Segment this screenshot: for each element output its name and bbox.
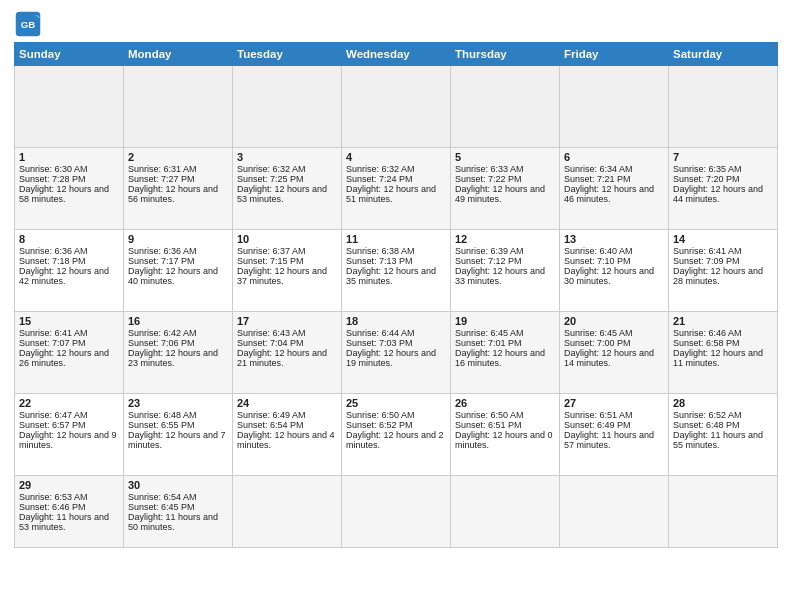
- day-number: 25: [346, 397, 446, 409]
- day-number: 3: [237, 151, 337, 163]
- table-row: 26Sunrise: 6:50 AMSunset: 6:51 PMDayligh…: [451, 394, 560, 476]
- daylight: Daylight: 12 hours and 28 minutes.: [673, 266, 773, 286]
- header: GB: [14, 10, 778, 38]
- day-number: 24: [237, 397, 337, 409]
- table-row: 3Sunrise: 6:32 AMSunset: 7:25 PMDaylight…: [233, 148, 342, 230]
- sunset: Sunset: 6:54 PM: [237, 420, 337, 430]
- sunset: Sunset: 7:21 PM: [564, 174, 664, 184]
- daylight: Daylight: 12 hours and 56 minutes.: [128, 184, 228, 204]
- daylight: Daylight: 12 hours and 33 minutes.: [455, 266, 555, 286]
- sunset: Sunset: 6:57 PM: [19, 420, 119, 430]
- daylight: Daylight: 12 hours and 26 minutes.: [19, 348, 119, 368]
- daylight: Daylight: 12 hours and 46 minutes.: [564, 184, 664, 204]
- table-row: 8Sunrise: 6:36 AMSunset: 7:18 PMDaylight…: [15, 230, 124, 312]
- sunrise: Sunrise: 6:50 AM: [346, 410, 446, 420]
- daylight: Daylight: 12 hours and 11 minutes.: [673, 348, 773, 368]
- logo: GB: [14, 10, 46, 38]
- table-row: 10Sunrise: 6:37 AMSunset: 7:15 PMDayligh…: [233, 230, 342, 312]
- daylight: Daylight: 12 hours and 51 minutes.: [346, 184, 446, 204]
- sunset: Sunset: 7:07 PM: [19, 338, 119, 348]
- table-row: [342, 66, 451, 148]
- table-row: 23Sunrise: 6:48 AMSunset: 6:55 PMDayligh…: [124, 394, 233, 476]
- daylight: Daylight: 12 hours and 53 minutes.: [237, 184, 337, 204]
- table-row: [342, 476, 451, 548]
- day-number: 2: [128, 151, 228, 163]
- table-row: 18Sunrise: 6:44 AMSunset: 7:03 PMDayligh…: [342, 312, 451, 394]
- sunrise: Sunrise: 6:40 AM: [564, 246, 664, 256]
- sunrise: Sunrise: 6:37 AM: [237, 246, 337, 256]
- sunrise: Sunrise: 6:32 AM: [346, 164, 446, 174]
- table-row: 7Sunrise: 6:35 AMSunset: 7:20 PMDaylight…: [669, 148, 778, 230]
- col-friday: Friday: [560, 43, 669, 66]
- calendar-table: Sunday Monday Tuesday Wednesday Thursday…: [14, 42, 778, 548]
- table-row: 16Sunrise: 6:42 AMSunset: 7:06 PMDayligh…: [124, 312, 233, 394]
- sunrise: Sunrise: 6:39 AM: [455, 246, 555, 256]
- sunrise: Sunrise: 6:42 AM: [128, 328, 228, 338]
- sunrise: Sunrise: 6:35 AM: [673, 164, 773, 174]
- day-number: 7: [673, 151, 773, 163]
- day-number: 29: [19, 479, 119, 491]
- sunset: Sunset: 7:01 PM: [455, 338, 555, 348]
- sunrise: Sunrise: 6:36 AM: [128, 246, 228, 256]
- sunrise: Sunrise: 6:33 AM: [455, 164, 555, 174]
- sunset: Sunset: 7:10 PM: [564, 256, 664, 266]
- sunset: Sunset: 7:18 PM: [19, 256, 119, 266]
- header-row: Sunday Monday Tuesday Wednesday Thursday…: [15, 43, 778, 66]
- table-row: 17Sunrise: 6:43 AMSunset: 7:04 PMDayligh…: [233, 312, 342, 394]
- table-row: 30Sunrise: 6:54 AMSunset: 6:45 PMDayligh…: [124, 476, 233, 548]
- col-tuesday: Tuesday: [233, 43, 342, 66]
- table-row: 6Sunrise: 6:34 AMSunset: 7:21 PMDaylight…: [560, 148, 669, 230]
- day-number: 10: [237, 233, 337, 245]
- daylight: Daylight: 12 hours and 37 minutes.: [237, 266, 337, 286]
- table-row: [560, 476, 669, 548]
- day-number: 13: [564, 233, 664, 245]
- table-row: [451, 476, 560, 548]
- table-row: 11Sunrise: 6:38 AMSunset: 7:13 PMDayligh…: [342, 230, 451, 312]
- daylight: Daylight: 12 hours and 9 minutes.: [19, 430, 119, 450]
- col-thursday: Thursday: [451, 43, 560, 66]
- sunrise: Sunrise: 6:46 AM: [673, 328, 773, 338]
- sunrise: Sunrise: 6:32 AM: [237, 164, 337, 174]
- sunset: Sunset: 7:24 PM: [346, 174, 446, 184]
- calendar-container: GB Sunday Monday Tuesday Wednesday Thurs…: [0, 0, 792, 554]
- day-number: 1: [19, 151, 119, 163]
- sunrise: Sunrise: 6:34 AM: [564, 164, 664, 174]
- sunrise: Sunrise: 6:31 AM: [128, 164, 228, 174]
- table-row: 19Sunrise: 6:45 AMSunset: 7:01 PMDayligh…: [451, 312, 560, 394]
- daylight: Daylight: 12 hours and 21 minutes.: [237, 348, 337, 368]
- daylight: Daylight: 12 hours and 4 minutes.: [237, 430, 337, 450]
- table-row: [560, 66, 669, 148]
- sunset: Sunset: 7:22 PM: [455, 174, 555, 184]
- sunset: Sunset: 6:48 PM: [673, 420, 773, 430]
- day-number: 27: [564, 397, 664, 409]
- sunset: Sunset: 7:13 PM: [346, 256, 446, 266]
- sunrise: Sunrise: 6:45 AM: [455, 328, 555, 338]
- sunset: Sunset: 6:52 PM: [346, 420, 446, 430]
- day-number: 9: [128, 233, 228, 245]
- sunset: Sunset: 6:51 PM: [455, 420, 555, 430]
- daylight: Daylight: 11 hours and 53 minutes.: [19, 512, 119, 532]
- sunset: Sunset: 7:28 PM: [19, 174, 119, 184]
- table-row: [451, 66, 560, 148]
- table-row: [15, 66, 124, 148]
- table-row: 2Sunrise: 6:31 AMSunset: 7:27 PMDaylight…: [124, 148, 233, 230]
- daylight: Daylight: 12 hours and 30 minutes.: [564, 266, 664, 286]
- sunrise: Sunrise: 6:52 AM: [673, 410, 773, 420]
- day-number: 28: [673, 397, 773, 409]
- day-number: 22: [19, 397, 119, 409]
- sunrise: Sunrise: 6:53 AM: [19, 492, 119, 502]
- daylight: Daylight: 12 hours and 16 minutes.: [455, 348, 555, 368]
- sunset: Sunset: 7:12 PM: [455, 256, 555, 266]
- table-row: 14Sunrise: 6:41 AMSunset: 7:09 PMDayligh…: [669, 230, 778, 312]
- daylight: Daylight: 12 hours and 14 minutes.: [564, 348, 664, 368]
- table-row: 1Sunrise: 6:30 AMSunset: 7:28 PMDaylight…: [15, 148, 124, 230]
- table-row: 4Sunrise: 6:32 AMSunset: 7:24 PMDaylight…: [342, 148, 451, 230]
- sunset: Sunset: 6:55 PM: [128, 420, 228, 430]
- daylight: Daylight: 11 hours and 55 minutes.: [673, 430, 773, 450]
- table-row: 20Sunrise: 6:45 AMSunset: 7:00 PMDayligh…: [560, 312, 669, 394]
- col-monday: Monday: [124, 43, 233, 66]
- table-row: 12Sunrise: 6:39 AMSunset: 7:12 PMDayligh…: [451, 230, 560, 312]
- table-row: [669, 476, 778, 548]
- table-row: [124, 66, 233, 148]
- table-row: 13Sunrise: 6:40 AMSunset: 7:10 PMDayligh…: [560, 230, 669, 312]
